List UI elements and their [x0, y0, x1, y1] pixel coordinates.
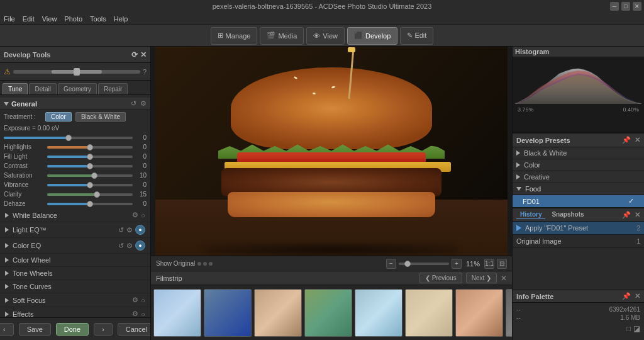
tab-repair[interactable]: Repair [98, 83, 128, 94]
preset-fd01[interactable]: FD01 ✓ [513, 195, 644, 208]
saturation-slider[interactable] [47, 174, 133, 177]
info-close-icon[interactable]: ✕ [635, 292, 640, 300]
info-btn-2[interactable]: ◪ [633, 324, 640, 333]
thumb-1[interactable] [153, 289, 201, 337]
effects-row[interactable]: Effects ⚙ ○ [0, 307, 150, 317]
view-btn[interactable]: 👁 View [306, 27, 345, 45]
close-btn[interactable]: ✕ [633, 2, 641, 11]
leq-gear-icon[interactable]: ⚙ [126, 226, 133, 234]
zoom-ratio-btn[interactable]: 1:1 [484, 259, 494, 269]
prev-btn[interactable]: ❮ Previous [419, 273, 462, 283]
light-eq-row[interactable]: Light EQ™ ↺ ⚙ ● [0, 222, 150, 238]
thumb-2[interactable] [204, 289, 252, 337]
filllight-slider[interactable] [47, 156, 133, 158]
history-item-2[interactable]: Original Image 1 [513, 235, 644, 248]
thumb-6[interactable] [405, 289, 453, 337]
preset-category-bw[interactable]: Black & White [513, 147, 644, 159]
tab-history[interactable]: History [516, 210, 545, 219]
color-eq-row[interactable]: Color EQ ↺ ⚙ ● [0, 238, 150, 254]
manage-btn[interactable]: ⊞ Manage [211, 27, 258, 45]
contrast-slider[interactable] [47, 165, 133, 167]
preset-category-color[interactable]: Color [513, 159, 644, 171]
dehaze-slider[interactable] [47, 203, 133, 205]
done-btn[interactable]: Done [56, 323, 89, 336]
presets-pin-icon[interactable]: 📌 [622, 136, 631, 144]
tone-curves-row[interactable]: Tone Curves [0, 280, 150, 293]
thumb-3[interactable] [254, 289, 302, 337]
menu-tools[interactable]: Tools [90, 15, 106, 23]
gear-icon[interactable]: ⚙ [140, 99, 147, 108]
info-btn-1[interactable]: □ [626, 324, 631, 333]
vibrance-slider[interactable] [47, 184, 133, 186]
zoom-slider[interactable] [399, 263, 449, 265]
develop-btn[interactable]: ⬛ Develop [347, 27, 397, 45]
preset-category-creative[interactable]: Creative [513, 171, 644, 183]
color-btn[interactable]: Color [45, 112, 72, 122]
preset-category-food[interactable]: Food [513, 183, 644, 195]
minimize-btn[interactable]: ─ [610, 2, 619, 11]
show-original-label: Show Original [156, 260, 195, 267]
menu-file[interactable]: File [4, 15, 15, 23]
fit-btn[interactable]: ⊡ [497, 259, 507, 269]
leq-reset-icon[interactable]: ↺ [118, 226, 124, 234]
arrow-right-btn[interactable]: › [94, 323, 113, 336]
show-original-btn[interactable]: Show Original [156, 260, 213, 267]
menu-view[interactable]: View [42, 15, 57, 23]
ceq-gear-icon[interactable]: ⚙ [126, 242, 133, 250]
presets-close-icon[interactable]: ✕ [635, 136, 640, 144]
maximize-btn[interactable]: □ [621, 2, 630, 11]
filmstrip-close-icon[interactable]: ✕ [501, 274, 507, 283]
tab-snapshots[interactable]: Snapshots [548, 210, 587, 219]
question-icon[interactable]: ? [143, 68, 147, 76]
color-wheel-row[interactable]: Color Wheel [0, 254, 150, 267]
menu-photo[interactable]: Photo [64, 15, 82, 23]
menu-edit[interactable]: Edit [23, 15, 35, 23]
arrow-left-btn[interactable]: ‹ [0, 323, 14, 336]
sf-expand-icon [5, 298, 9, 303]
panel-icon-1[interactable]: ⟳ [131, 50, 138, 59]
menu-help[interactable]: Help [114, 15, 128, 23]
history-close-icon[interactable]: ✕ [635, 211, 640, 219]
tab-geometry[interactable]: Geometry [58, 83, 97, 94]
highlights-slider[interactable] [47, 146, 133, 149]
tab-detail[interactable]: Detail [29, 83, 57, 94]
main-area: Develop Tools ⟳ ✕ ⚠ ? Tune Detail Geomet… [0, 47, 644, 340]
ceq-reset-icon[interactable]: ↺ [118, 242, 124, 250]
eff-gear-icon[interactable]: ⚙ [132, 310, 138, 317]
general-section-header[interactable]: General ↺ ⚙ [0, 98, 150, 110]
tools-scroll[interactable]: General ↺ ⚙ Treatment : Color Black & Wh… [0, 95, 150, 317]
sf-circle-icon[interactable]: ○ [141, 297, 145, 304]
filmstrip-title: Filmstrip [156, 275, 182, 282]
history-item-1[interactable]: Apply "FD01" Preset 2 [513, 222, 644, 235]
sf-gear-icon[interactable]: ⚙ [132, 296, 138, 304]
cancel-btn[interactable]: Cancel [118, 323, 151, 336]
zoom-out-btn[interactable]: − [386, 259, 396, 269]
tone-wheels-row[interactable]: Tone Wheels [0, 267, 150, 280]
eff-circle-icon[interactable]: ○ [141, 310, 145, 318]
wb-gear-icon[interactable]: ⚙ [132, 211, 138, 219]
info-pin-icon[interactable]: 📌 [622, 292, 631, 300]
right-panel: Histogram [512, 47, 644, 340]
white-balance-row[interactable]: White Balance ⚙ ○ [0, 208, 150, 222]
wb-circle-icon[interactable]: ○ [141, 212, 145, 219]
panel-close-icon[interactable]: ✕ [140, 50, 147, 59]
save-btn[interactable]: Save [19, 323, 51, 336]
thumb-4[interactable] [304, 289, 352, 337]
zoom-in-btn[interactable]: + [452, 259, 462, 269]
reset-icon[interactable]: ↺ [131, 99, 136, 108]
edit-btn[interactable]: ✎ Edit [400, 27, 433, 45]
exposure-slider[interactable] [4, 137, 133, 139]
titlebar: pexels-valeria-boltneva-1639565 - ACDSee… [0, 0, 644, 13]
clarity-slider[interactable] [47, 193, 133, 196]
bw-btn[interactable]: Black & White [75, 112, 126, 122]
thumb-8[interactable] [506, 289, 512, 337]
thumb-7[interactable] [455, 289, 503, 337]
next-btn[interactable]: Next ❯ [466, 273, 497, 283]
thumb-5[interactable] [355, 289, 402, 337]
history-pin-icon[interactable]: 📌 [622, 211, 631, 219]
soft-focus-row[interactable]: Soft Focus ⚙ ○ [0, 293, 150, 307]
tab-tune[interactable]: Tune [3, 83, 28, 94]
leq-active-icon[interactable]: ● [135, 225, 145, 235]
ceq-active-icon[interactable]: ● [135, 241, 145, 251]
media-btn[interactable]: 🎬 Media [260, 27, 304, 45]
